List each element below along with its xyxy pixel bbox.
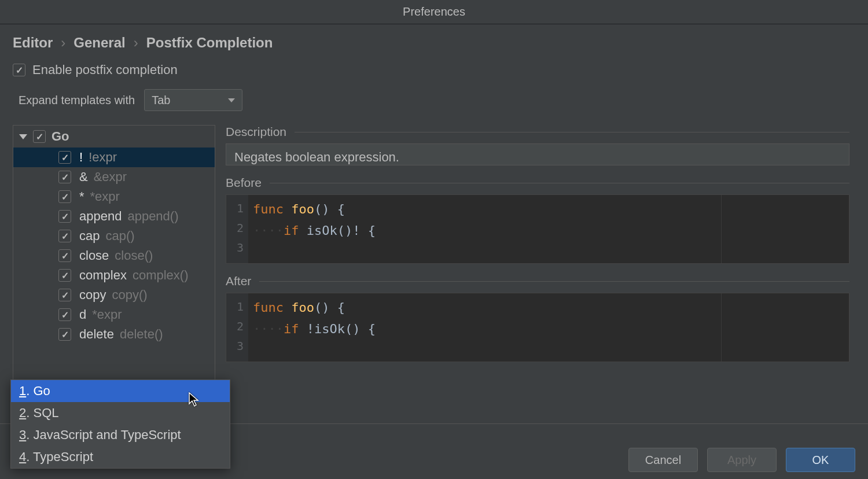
enable-postfix-label: Enable postfix completion [32,62,178,78]
breadcrumb: Editor › General › Postfix Completion [13,35,855,51]
popup-item[interactable]: 4. TypeScript [11,446,230,468]
chevron-down-icon [228,98,235,102]
expand-templates-select[interactable]: Tab [144,89,242,111]
group-checkbox[interactable] [33,130,46,143]
tree-item[interactable]: copy copy() [13,285,215,305]
enable-postfix-checkbox[interactable] [13,64,25,76]
template-key: d [79,307,86,322]
chevron-right-icon: › [61,35,65,51]
breadcrumb-item[interactable]: General [73,35,125,51]
template-hint: complex() [133,268,189,283]
group-label: Go [52,129,69,144]
template-key: * [79,189,84,204]
template-key: delete [79,327,114,342]
tree-item[interactable]: & &expr [13,167,215,187]
before-code: 123 func foo() { ····if isOk()! { [226,194,849,264]
template-hint: delete() [120,327,163,342]
template-hint: close() [115,248,153,263]
tree-item[interactable]: append append() [13,207,215,226]
template-key: ! [79,150,83,165]
tree-item[interactable]: ! !expr [13,148,215,167]
template-checkbox[interactable] [58,308,71,321]
before-label: Before [226,176,262,190]
divider [295,132,849,132]
template-key: append [79,209,122,224]
cancel-button[interactable]: Cancel [628,448,698,472]
template-key: complex [79,268,127,283]
expand-templates-value: Tab [152,94,170,107]
triangle-down-icon [19,134,27,139]
template-checkbox[interactable] [58,210,71,223]
template-checkbox[interactable] [58,151,71,164]
chevron-right-icon: › [134,35,138,51]
gutter: 123 [226,195,248,263]
popup-item[interactable]: 3. JavaScript and TypeScript [11,424,230,446]
template-key: & [79,170,88,185]
template-checkbox[interactable] [58,269,71,282]
after-code: 123 func foo() { ····if !isOk() { [226,293,849,362]
template-hint: cap() [105,229,134,244]
breadcrumb-item: Postfix Completion [146,35,273,51]
gutter: 123 [226,293,248,362]
template-checkbox[interactable] [58,190,71,203]
description-label: Description [226,125,286,139]
template-key: cap [79,229,100,244]
tree-item[interactable]: * *expr [13,187,215,207]
breadcrumb-item[interactable]: Editor [13,35,53,51]
template-checkbox[interactable] [58,289,71,301]
divider [259,281,849,282]
template-hint: copy() [112,288,147,303]
after-label: After [226,274,251,288]
tree-item[interactable]: delete delete() [13,325,215,344]
template-hint: !expr [89,150,117,165]
tree-item[interactable]: cap cap() [13,226,215,246]
template-checkbox[interactable] [58,328,71,341]
template-hint: *expr [92,307,122,322]
mouse-cursor-icon [189,392,200,411]
apply-button[interactable]: Apply [707,448,777,472]
template-checkbox[interactable] [58,230,71,242]
description-text: Negates boolean expression. [226,143,849,165]
expand-templates-label: Expand templates with [19,94,135,107]
tree-group-go[interactable]: Go [13,126,215,148]
ok-button[interactable]: OK [786,448,855,472]
divider [270,183,849,183]
template-hint: *expr [90,189,120,204]
tree-item[interactable]: d *expr [13,305,215,325]
template-key: close [79,248,109,263]
template-hint: &expr [94,170,127,185]
template-checkbox[interactable] [58,171,71,183]
template-key: copy [79,288,106,303]
template-checkbox[interactable] [58,249,71,262]
template-hint: append() [127,209,178,224]
window-title: Preferences [0,0,868,24]
tree-item[interactable]: close close() [13,246,215,266]
tree-item[interactable]: complex complex() [13,266,215,285]
